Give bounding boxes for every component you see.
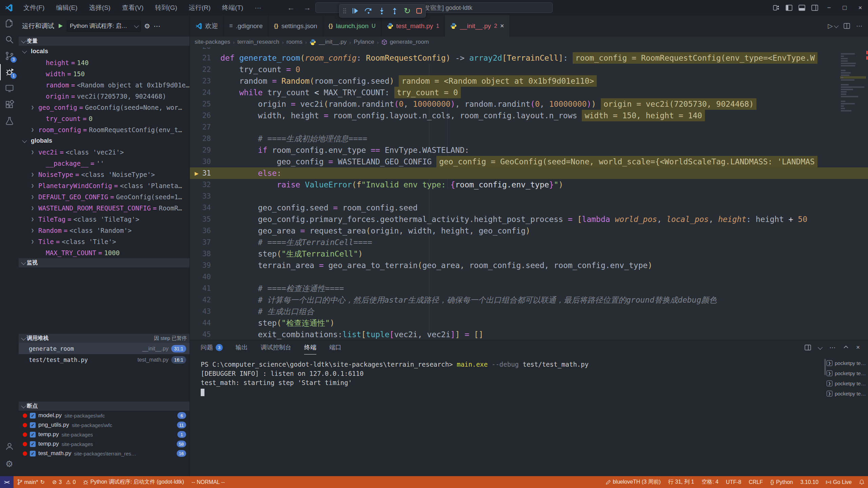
breadcrumb-item[interactable]: site-packages bbox=[195, 39, 230, 45]
code-line[interactable]: 42 # 计算每一个出口的中心，然后使用astar生成路径，确保每一个出口组合都… bbox=[190, 294, 868, 306]
line-number[interactable]: 39 bbox=[190, 260, 211, 271]
line-number[interactable]: 33 bbox=[190, 190, 211, 202]
language-mode-item[interactable]: {}Python bbox=[767, 476, 797, 488]
variable-row[interactable]: random=<Random object at 0x1bf9d01e… bbox=[19, 79, 190, 90]
split-editor-icon[interactable] bbox=[844, 23, 850, 29]
scope-row[interactable]: globals bbox=[19, 135, 190, 146]
breakpoint-checkbox[interactable]: ✓ bbox=[30, 422, 36, 428]
line-number[interactable]: 43 bbox=[190, 306, 211, 317]
panel-tab-问题[interactable]: 问题3 bbox=[201, 340, 223, 354]
cursor-position-item[interactable]: 行 31, 列 1 bbox=[665, 476, 698, 488]
code-line[interactable]: 37 # ====生成TerrainCell==== bbox=[190, 237, 868, 248]
line-number[interactable]: 20 bbox=[190, 47, 211, 52]
variable-row[interactable]: MAX_TRY_COUNT=1000 bbox=[19, 247, 190, 258]
activity-testing[interactable] bbox=[0, 113, 19, 129]
code-line[interactable]: 39 terrain_area = geo_area_to_terrain(ge… bbox=[190, 260, 868, 271]
code-line[interactable]: 20 bbox=[190, 47, 868, 52]
debug-stop-button[interactable] bbox=[416, 8, 422, 14]
breakpoint-row[interactable]: ✓temp.pysite-packages1 bbox=[19, 430, 190, 439]
toggle-secondary-sidebar-icon[interactable] bbox=[808, 0, 821, 15]
menu-more-button[interactable]: ··· bbox=[249, 0, 267, 15]
remote-indicator[interactable]: >< bbox=[0, 476, 14, 488]
line-number[interactable]: 30 bbox=[190, 156, 211, 167]
line-number[interactable]: 35 bbox=[190, 214, 211, 225]
variable-row[interactable]: __package__='' bbox=[19, 158, 190, 169]
line-number[interactable]: 38 bbox=[190, 248, 211, 260]
code-line[interactable]: 34 geo_config.seed = room_config.seed bbox=[190, 202, 868, 214]
variable-row[interactable]: try_count=0 bbox=[19, 113, 190, 124]
encoding-item[interactable]: UTF-8 bbox=[722, 476, 745, 488]
line-number[interactable]: 32 bbox=[190, 179, 211, 190]
python-version-item[interactable]: 3.10.10 bbox=[796, 476, 822, 488]
close-window-button[interactable]: × bbox=[852, 0, 868, 15]
activity-remote-explorer[interactable] bbox=[0, 80, 19, 97]
code-line[interactable]: 32 raise ValueError(f"Invalid env type: … bbox=[190, 179, 868, 190]
nav-forward-icon[interactable]: → bbox=[303, 3, 311, 12]
line-number[interactable]: 41 bbox=[190, 283, 211, 294]
debug-settings-gear-icon[interactable]: ⚙ bbox=[144, 22, 150, 30]
code-line[interactable]: 28 # ====生成初始地理信息==== bbox=[190, 133, 868, 144]
notifications-bell-icon[interactable] bbox=[855, 476, 868, 488]
code-line[interactable]: 44 step("检查连通性") bbox=[190, 317, 868, 329]
breakpoint-row[interactable]: ✓test_math.pysite-packages\terrain_res…1… bbox=[19, 449, 190, 458]
variable-row[interactable]: height=140 bbox=[19, 57, 190, 68]
debug-step-out-button[interactable] bbox=[391, 7, 398, 15]
code-line[interactable]: 41 # ====检查连通性==== bbox=[190, 283, 868, 294]
call-stack-section-header[interactable]: 调用堆栈 因 step 已暂停 bbox=[19, 334, 190, 343]
minimap[interactable] bbox=[840, 47, 866, 340]
activity-extensions[interactable] bbox=[0, 97, 19, 113]
line-number[interactable]: 45 bbox=[190, 329, 211, 340]
breadcrumb-item[interactable]: generate_room bbox=[390, 39, 429, 45]
panel-tab-终端[interactable]: 终端 bbox=[304, 340, 316, 354]
code-line[interactable]: 38 step("生成TerrainCell") bbox=[190, 248, 868, 260]
activity-source-control[interactable]: 3 bbox=[0, 48, 19, 64]
line-number[interactable]: 22 bbox=[190, 64, 211, 75]
stack-frame[interactable]: test/test_math.pytest_math.py16:1 bbox=[19, 354, 190, 365]
code-line[interactable]: 33 bbox=[190, 190, 868, 202]
code-line[interactable]: 29 if room_config.env_type == EnvType.WA… bbox=[190, 144, 868, 156]
debug-step-into-button[interactable] bbox=[378, 7, 386, 15]
minimize-button[interactable]: − bbox=[821, 0, 837, 15]
panel-maximize-icon[interactable] bbox=[843, 345, 849, 350]
menu-item-4[interactable]: 查看(V) bbox=[116, 0, 149, 15]
tab-.gdignore[interactable]: ≡.gdignore bbox=[224, 15, 269, 37]
line-number[interactable]: 29 bbox=[190, 144, 211, 156]
menu-item-5[interactable]: 转到(G) bbox=[149, 0, 183, 15]
toggle-sidebar-icon[interactable] bbox=[783, 0, 795, 15]
line-number[interactable]: 24 bbox=[190, 87, 211, 98]
editor-more-actions-icon[interactable]: ⋯ bbox=[856, 22, 863, 30]
nav-back-icon[interactable]: ← bbox=[287, 3, 295, 12]
go-live-item[interactable]: Go Live bbox=[822, 476, 855, 488]
variable-row[interactable]: ❯vec2i=<class 'vec2i'> bbox=[19, 146, 190, 158]
breadcrumb-item[interactable]: __init__.py bbox=[319, 39, 347, 45]
terminal-instance[interactable]: ❯pocketpy te… bbox=[827, 358, 867, 368]
terminal-instance[interactable]: ❯pocketpy te… bbox=[827, 378, 867, 388]
menu-item-3[interactable]: 选择(S) bbox=[83, 0, 116, 15]
code-line[interactable]: 27 bbox=[190, 121, 868, 133]
menu-item-7[interactable]: 终端(T) bbox=[216, 0, 249, 15]
code-line[interactable]: 24 while try_count < MAX_TRY_COUNT:try_c… bbox=[190, 87, 868, 98]
menu-item-6[interactable]: 运行(R) bbox=[183, 0, 216, 15]
debug-restart-button[interactable]: ↻ bbox=[404, 6, 411, 16]
breadcrumb[interactable]: site-packages›terrain_research›rooms›__i… bbox=[190, 37, 868, 47]
problems-item[interactable]: ⊘3 ⚠0 bbox=[48, 476, 80, 488]
menu-item-1[interactable]: 文件(F) bbox=[18, 0, 50, 15]
line-number[interactable]: 40 bbox=[190, 271, 211, 283]
line-number[interactable]: 26 bbox=[190, 110, 211, 121]
variable-row[interactable]: ❯Random=<class 'Random'> bbox=[19, 225, 190, 236]
panel-more-actions-icon[interactable]: ⋯ bbox=[829, 344, 836, 351]
breakpoint-checkbox[interactable]: ✓ bbox=[30, 432, 36, 438]
scope-row[interactable]: locals bbox=[19, 46, 190, 57]
line-number[interactable]: 31 bbox=[190, 167, 211, 179]
variables-section-header[interactable]: 变量 bbox=[19, 37, 190, 46]
indentation-item[interactable]: 空格: 4 bbox=[698, 476, 722, 488]
code-line[interactable]: 26 width, height = room_config.layout.n_… bbox=[190, 110, 868, 121]
code-line[interactable]: 43 # 生成出口组合 bbox=[190, 306, 868, 317]
panel-tab-端口[interactable]: 端口 bbox=[329, 340, 341, 354]
tab-close-icon[interactable]: × bbox=[500, 22, 504, 30]
activity-run-and-debug[interactable]: 1 bbox=[0, 64, 19, 80]
line-number[interactable]: 42 bbox=[190, 294, 211, 306]
tab-欢迎[interactable]: 欢迎 bbox=[190, 15, 224, 37]
panel-tab-输出[interactable]: 输出 bbox=[236, 340, 248, 354]
breakpoint-checkbox[interactable]: ✓ bbox=[30, 441, 36, 447]
